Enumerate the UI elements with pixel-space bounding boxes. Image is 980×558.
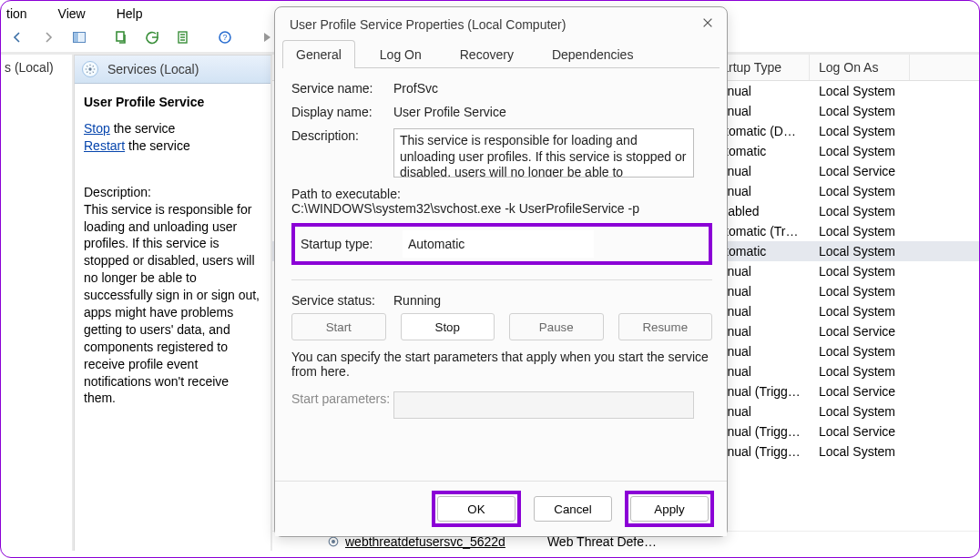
refresh-icon[interactable] [139,26,165,48]
cell-logon: Local System [810,281,910,301]
svg-point-16 [88,67,91,70]
properties-icon[interactable] [170,26,196,48]
cell-logon: Local System [810,301,910,321]
ok-button[interactable]: OK [437,496,516,522]
service-name-label: Service name: [291,81,393,96]
cell-logon: Local System [810,121,910,141]
console-tree[interactable]: s (Local) [1,55,74,551]
cell-logon: Local Service [810,321,910,341]
svg-rect-1 [79,33,85,42]
tab-bar: General Log On Recovery Dependencies [282,39,720,68]
service-name-value: ProfSvc [393,81,712,96]
service-properties-dialog: User Profile Service Properties (Local C… [274,6,728,537]
svg-marker-10 [264,33,271,42]
cell-logon: Local System [810,201,910,221]
back-icon[interactable] [5,26,30,48]
cell-logon: Local System [810,261,910,281]
restart-link[interactable]: Restart [84,138,125,153]
startup-type-label: Startup type: [301,237,403,251]
start-params-label: Start parameters: [291,391,393,406]
cell-logon: Local System [810,441,910,462]
service-status-value: Running [393,293,712,308]
start-params-input [393,391,694,419]
service-status-label: Service status: [291,293,393,308]
cancel-button[interactable]: Cancel [534,496,612,522]
tree-node-services-local[interactable]: s (Local) [5,60,54,75]
panel-header: Services (Local) [75,56,271,84]
cell-logon: Local System [810,141,910,161]
apply-highlight: Apply [625,491,714,527]
startup-type-dropdown[interactable]: Automatic [403,230,594,258]
tab-logon[interactable]: Log On [366,40,435,68]
menu-file-fragment[interactable]: tion [1,6,33,21]
pause-button: Pause [509,313,604,340]
menu-view[interactable]: View [53,6,91,21]
panel-title: Services (Local) [107,62,199,76]
cell-logon: Local System [810,81,910,101]
path-value: C:\WINDOWS\system32\svchost.exe -k UserP… [291,201,712,216]
tab-general[interactable]: General [282,40,355,68]
cell-logon: Local System [810,101,910,121]
stop-button[interactable]: Stop [401,313,495,340]
resume-button: Resume [618,313,713,340]
tab-recovery[interactable]: Recovery [446,40,527,68]
help-icon[interactable]: ? [212,26,238,48]
svg-point-18 [332,540,335,543]
start-button: Start [291,313,386,340]
description-box[interactable]: This service is responsible for loading … [393,128,694,178]
show-hide-tree-icon[interactable] [66,26,92,48]
description-label: Description: [291,128,393,143]
cell-logon: Local Service [810,161,910,181]
startup-type-value: Automatic [408,237,464,251]
display-name-label: Display name: [291,105,393,119]
ok-highlight: OK [432,491,521,527]
service-description: This service is responsible for loading … [84,201,263,408]
cell-logon: Local System [810,221,910,241]
desc-label: Description: [84,184,263,201]
stop-link[interactable]: Stop [84,121,110,136]
svg-text:?: ? [222,33,227,42]
forward-icon [36,26,61,48]
cell-logon: Local System [810,341,910,361]
start-params-note: You can specify the start parameters tha… [291,350,712,379]
close-icon[interactable] [701,16,714,32]
cell-logon: Local System [810,401,910,421]
display-name-value: User Profile Service [393,105,712,119]
cell-logon: Local Service [810,381,910,401]
cell-logon: Local System [810,241,910,261]
gear-icon [82,61,98,77]
cell-logon: Local System [810,181,910,201]
stop-link-tail: the service [110,121,176,136]
startup-type-row-highlight: Startup type: Automatic [291,223,712,265]
dialog-actions: OK Cancel Apply [275,481,727,536]
services-panel: Services (Local) User Profile Service St… [74,55,272,551]
svg-rect-3 [117,32,124,41]
restart-link-tail: the service [125,138,190,153]
dialog-title: User Profile Service Properties (Local C… [290,17,566,32]
tab-dependencies[interactable]: Dependencies [538,40,648,68]
service-title: User Profile Service [84,95,263,109]
col-logon[interactable]: Log On As [810,55,910,80]
cell-logon: Local System [810,361,910,381]
export-list-icon[interactable] [108,26,134,48]
path-label: Path to executable: [291,187,712,201]
menu-help[interactable]: Help [111,6,148,21]
cell-logon: Local Service [810,421,910,441]
svg-rect-0 [74,33,78,42]
apply-button[interactable]: Apply [630,496,709,522]
